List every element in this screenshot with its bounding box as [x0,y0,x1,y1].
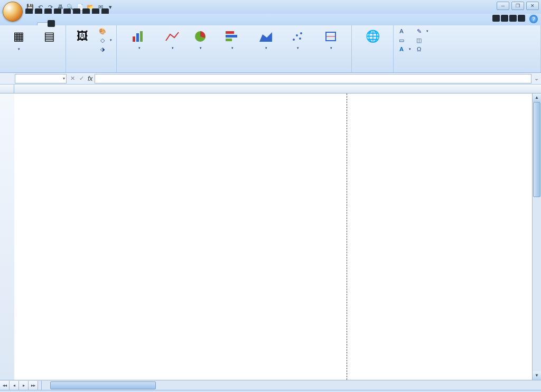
smartart-button[interactable]: ⬗ [98,45,113,53]
column-chart-button[interactable] [120,27,158,51]
svg-rect-1 [136,33,139,42]
sheet-tab-bar: ◂◂ ◂ ▸ ▸▸ [0,380,541,390]
group-links-label [355,71,390,72]
vertical-scrollbar[interactable]: ▲ ▼ [532,94,541,380]
line-chart-button[interactable] [160,27,184,51]
svg-point-10 [300,32,302,34]
header-icon: ▭ [398,36,405,44]
scroll-down-icon[interactable]: ▼ [533,371,541,380]
smartart-icon: ⬗ [99,45,106,53]
svg-rect-2 [140,31,143,42]
symbol-button[interactable]: Ω [414,45,430,53]
cancel-formula-icon[interactable]: ✕ [69,75,77,82]
clip-icon: 🎨 [99,27,106,35]
svg-rect-4 [226,31,234,34]
hscroll-thumb[interactable] [50,381,156,389]
titlebar: 💾 ↶ ↷ 🖶 🔍 📄 📂 ✉ ▾ ─ ❐ ✕ [0,0,541,14]
office-button[interactable] [3,2,23,22]
fx-button[interactable]: fx [88,75,92,82]
pie-chart-button[interactable] [186,27,214,51]
expand-formula-icon[interactable]: ⌄ [531,75,541,82]
svg-point-9 [296,34,298,36]
signature-icon: ✎ [415,27,423,35]
header-footer-button[interactable]: ▭ [397,36,412,44]
group-tables-label [3,71,62,72]
vscroll-thumb[interactable] [533,102,540,197]
symbol-icon: Ω [415,45,423,53]
group-text-label [397,71,537,72]
ribbon: ▦ ▤ 🖼 🎨 ◇ ⬗ 🌐 [0,25,541,73]
keytips-right [492,15,525,22]
wordart-icon: A [398,45,405,53]
select-all-corner[interactable] [0,85,14,93]
group-illus-label [69,71,113,72]
line-chart-icon [164,28,181,45]
picture-icon: 🖼 [74,28,91,45]
formula-bar: ✕ ✓ fx ⌄ [0,73,541,85]
area-chart-button[interactable] [250,27,282,51]
shapes-button[interactable]: ◇ [98,36,113,44]
horizontal-scrollbar[interactable] [41,381,541,390]
help-button[interactable]: ? [529,15,538,23]
other-charts-button[interactable] [313,27,348,51]
svg-point-11 [299,38,301,40]
pie-chart-icon [192,28,209,45]
bar-chart-icon [223,28,240,45]
restore-button[interactable]: ❐ [511,2,524,10]
next-sheet-button[interactable]: ▸ [19,381,29,390]
scatter-chart-icon [289,28,306,45]
area-chart-icon [257,28,274,45]
svg-rect-5 [226,35,237,38]
row-headers [0,94,14,380]
svg-point-8 [293,39,295,41]
minimize-button[interactable]: ─ [497,2,509,10]
table-icon: ▤ [41,28,58,45]
group-charts-label [120,71,348,72]
first-sheet-button[interactable]: ◂◂ [0,381,10,390]
textbox-icon: A [398,27,405,35]
signature-button[interactable]: ✎ [414,27,430,35]
ribbon-tabs: ? [0,14,541,25]
name-box[interactable] [15,74,67,83]
hyperlink-button[interactable]: 🌐 [355,27,390,46]
hyperlink-icon: 🌐 [364,28,381,45]
column-headers [0,85,541,94]
scroll-up-icon[interactable]: ▲ [533,94,541,102]
shapes-icon: ◇ [99,36,106,44]
column-chart-icon [130,28,147,45]
wordart-button[interactable]: A [397,45,412,53]
formula-input[interactable] [95,74,531,83]
bar-chart-button[interactable] [216,27,248,51]
svg-rect-6 [226,39,232,41]
pivot-table-icon: ▦ [10,28,27,45]
close-button[interactable]: ✕ [526,2,539,10]
svg-rect-0 [133,36,135,42]
last-sheet-button[interactable]: ▸▸ [29,381,38,390]
textbox-button[interactable]: A [397,27,412,35]
picture-button[interactable]: 🖼 [69,27,96,46]
svg-marker-7 [259,32,272,42]
cells[interactable] [14,94,541,380]
page-break-line [347,94,347,380]
scatter-chart-button[interactable] [284,27,311,51]
table-button[interactable]: ▤ [36,27,62,46]
other-charts-icon [322,28,339,45]
prev-sheet-button[interactable]: ◂ [10,381,19,390]
spreadsheet-grid: ▲ ▼ [0,85,541,380]
object-button[interactable]: ◫ [414,36,430,44]
enter-formula-icon[interactable]: ✓ [78,75,86,82]
object-icon: ◫ [415,36,423,44]
pivot-table-button[interactable]: ▦ [3,27,34,53]
clip-button[interactable]: 🎨 [98,27,113,35]
status-bar: ▦ ▤ ▭ ─ + [0,390,541,392]
